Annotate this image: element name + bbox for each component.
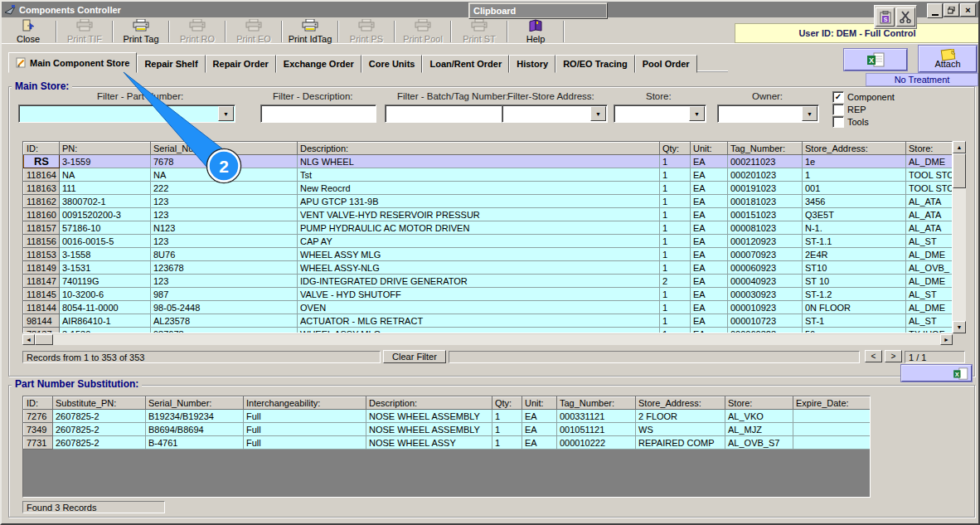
table-row[interactable]: 1181448054-11-000098-05-2448OVEN1EA00001… bbox=[24, 301, 953, 314]
column-header[interactable]: Description: bbox=[366, 397, 492, 410]
row-id-cell: 118157 bbox=[24, 221, 60, 235]
table-row[interactable]: 72762607825-2B19234/B19234FullNOSE WHEEL… bbox=[24, 410, 871, 423]
column-header[interactable]: Store: bbox=[906, 143, 953, 155]
tab-history[interactable]: History bbox=[509, 55, 555, 73]
checkbox-box-icon[interactable] bbox=[832, 104, 844, 115]
column-header[interactable]: Store: bbox=[725, 397, 793, 410]
table-row[interactable]: 11815757186-10N123PUMP HYDRAULIC AC MOTO… bbox=[24, 221, 953, 235]
toolbar-print-pool-button[interactable]: Print Pool bbox=[396, 19, 449, 43]
next-page-button[interactable]: > bbox=[885, 350, 902, 362]
tab-main-component-store[interactable]: Main Component Store bbox=[8, 52, 137, 73]
tab-loan-rent-order[interactable]: Loan/Rent Order bbox=[422, 55, 509, 73]
table-row[interactable]: 73492607825-2B8694/B8694FullNOSE WHEEL A… bbox=[24, 423, 871, 436]
scissors-tool-button[interactable] bbox=[896, 7, 915, 27]
chevron-down-icon[interactable]: ▼ bbox=[590, 106, 606, 121]
chevron-down-icon[interactable]: ▼ bbox=[689, 106, 705, 121]
table-row[interactable]: 1181600091520200-3123VENT VALVE-HYD RESE… bbox=[24, 208, 953, 221]
table-row[interactable]: 11814510-3200-6987VALVE - HYD SHUTOFF1EA… bbox=[24, 288, 953, 301]
table-row[interactable]: 118163111222New Reocrd1EA000191023001TOO… bbox=[24, 182, 953, 195]
column-header[interactable]: Interchangeability: bbox=[244, 397, 366, 410]
filter-filter-store-address-combo[interactable]: ▼ bbox=[502, 105, 608, 123]
column-header[interactable]: Qty: bbox=[492, 397, 522, 410]
column-header[interactable]: Store_Address: bbox=[636, 397, 725, 410]
row-id-cell: 78137 bbox=[24, 328, 60, 334]
checkbox-box-icon[interactable]: ✓ bbox=[832, 91, 844, 103]
column-header[interactable]: ID: bbox=[24, 143, 60, 155]
scroll-down-icon[interactable]: ▼ bbox=[953, 321, 966, 333]
column-header[interactable]: PN: bbox=[60, 143, 151, 155]
table-row[interactable]: 1181493-1531123678WHEEL ASSY-NLG1EA00006… bbox=[24, 261, 953, 275]
column-header[interactable]: Tag_Number: bbox=[557, 397, 636, 410]
column-header[interactable]: Unit: bbox=[691, 143, 728, 155]
table-row[interactable]: 1181533-15588U76WHEEL ASSY MLG1EA0000709… bbox=[24, 248, 953, 261]
tab-core-units[interactable]: Core Units bbox=[361, 55, 423, 73]
column-header[interactable]: Description: bbox=[298, 143, 660, 155]
table-row[interactable]: 77312607825-2B-4761FullNOSE WHEEL ASSY1E… bbox=[24, 436, 871, 450]
filter-filter-description-input[interactable] bbox=[260, 105, 376, 123]
hscroll-thumb[interactable] bbox=[35, 334, 53, 345]
column-header[interactable]: Tag_Number: bbox=[728, 143, 803, 155]
restore-button[interactable] bbox=[944, 3, 959, 17]
checkbox-tools[interactable]: Tools bbox=[832, 116, 869, 128]
column-header[interactable]: Store_Address: bbox=[803, 143, 906, 155]
main-store-table: ID:PN:Serial_Number:Description:Qty:Unit… bbox=[22, 141, 953, 333]
main-table-hscrollbar[interactable]: ◄ ► bbox=[22, 334, 953, 345]
table-row[interactable]: 118164NANATst1EA0002010231TOOL STO bbox=[24, 168, 953, 182]
table-cell: 000040923 bbox=[728, 275, 803, 288]
toolbar-print-ro-button[interactable]: Print RO bbox=[171, 19, 224, 43]
tab-repair-shelf[interactable]: Repair Shelf bbox=[137, 55, 205, 73]
table-row[interactable]: 781373-1530987678WHEEL ASSY MLG1EA000060… bbox=[24, 328, 953, 334]
table-cell: 1 bbox=[660, 235, 691, 248]
clear-filter-button[interactable]: Clear Filter bbox=[383, 350, 446, 363]
table-row[interactable]: 118147740119G123IDG-INTEGRATED DRIVE GEN… bbox=[24, 275, 953, 288]
filter-filter-part-number-combo[interactable]: ▼ bbox=[18, 105, 235, 123]
status-spacer-field bbox=[449, 351, 860, 363]
tab-repair-order[interactable]: Repair Order bbox=[206, 55, 276, 73]
attach-button[interactable]: Attach bbox=[919, 46, 977, 72]
export-excel-small-button[interactable]: X bbox=[953, 367, 968, 380]
tab-pool-order[interactable]: Pool Order bbox=[635, 55, 697, 73]
minimize-button[interactable] bbox=[927, 3, 943, 18]
column-header[interactable]: Expire_Date: bbox=[793, 397, 871, 410]
table-cell: EA bbox=[691, 328, 728, 334]
prev-page-button[interactable]: < bbox=[865, 350, 882, 362]
column-header[interactable]: Substitute_PN: bbox=[53, 397, 146, 410]
checkbox-rep[interactable]: REP bbox=[832, 104, 866, 115]
toolbar-close-button[interactable]: Close bbox=[2, 19, 55, 43]
tab-exchange-order[interactable]: Exchange Order bbox=[276, 55, 361, 73]
table-cell: AL_DME bbox=[906, 301, 953, 314]
column-header[interactable]: Qty: bbox=[660, 143, 691, 155]
tab-ro-eo-tracing[interactable]: RO/EO Tracing bbox=[555, 55, 635, 73]
table-cell: AL_VKO bbox=[725, 410, 793, 423]
toolbar-print-idtag-button[interactable]: Print IdTag bbox=[284, 19, 337, 43]
clipboard-floating-window[interactable]: Clipboard bbox=[468, 2, 608, 19]
scroll-up-icon[interactable]: ▲ bbox=[953, 141, 966, 153]
scroll-left-icon[interactable]: ◄ bbox=[22, 334, 35, 345]
checkbox-box-icon[interactable] bbox=[832, 116, 844, 128]
column-header[interactable]: Unit: bbox=[522, 397, 557, 410]
vscroll-thumb[interactable] bbox=[953, 153, 966, 188]
checkbox-component[interactable]: ✓Component bbox=[832, 91, 895, 103]
table-row[interactable]: 98144AIR86410-1AL23578ACTUATOR - MLG RET… bbox=[24, 314, 953, 328]
chevron-down-icon[interactable]: ▼ bbox=[802, 106, 817, 121]
toolbar-print-tag-button[interactable]: Print Tag bbox=[114, 19, 167, 43]
toolbar-print-st-button[interactable]: Print ST bbox=[453, 19, 506, 43]
main-table-vscrollbar[interactable]: ▲ ▼ bbox=[953, 141, 966, 333]
close-window-button[interactable]: × bbox=[960, 3, 976, 17]
filter-owner-combo[interactable]: ▼ bbox=[717, 105, 819, 123]
toolbar-print-tif-button[interactable]: Print TIF bbox=[58, 19, 111, 43]
toolbar-print-eo-button[interactable]: Print EO bbox=[227, 19, 280, 43]
chevron-down-icon[interactable]: ▼ bbox=[218, 106, 234, 121]
toolbar-help-button[interactable]: Help bbox=[509, 19, 562, 43]
column-header[interactable]: ID: bbox=[24, 397, 53, 410]
column-header[interactable]: Serial_Number: bbox=[146, 397, 244, 410]
column-header[interactable]: Serial_Number: bbox=[151, 143, 298, 155]
export-excel-button[interactable]: X bbox=[844, 49, 907, 70]
filter-store-combo[interactable]: ▼ bbox=[614, 105, 706, 123]
clipboard-tool-button[interactable]: S bbox=[876, 7, 895, 27]
table-row[interactable]: RS3-15597678NLG WHEEL1EA0002110231eAL_DM… bbox=[24, 155, 953, 168]
table-row[interactable]: 1181560016-0015-5123CAP AY1EA000120923ST… bbox=[24, 235, 953, 248]
toolbar-print-ps-button[interactable]: Print PS bbox=[340, 19, 393, 43]
table-row[interactable]: 1181623800702-1123APU GTCP 131-9B1EA0001… bbox=[24, 195, 953, 208]
scroll-right-icon[interactable]: ► bbox=[940, 334, 953, 345]
